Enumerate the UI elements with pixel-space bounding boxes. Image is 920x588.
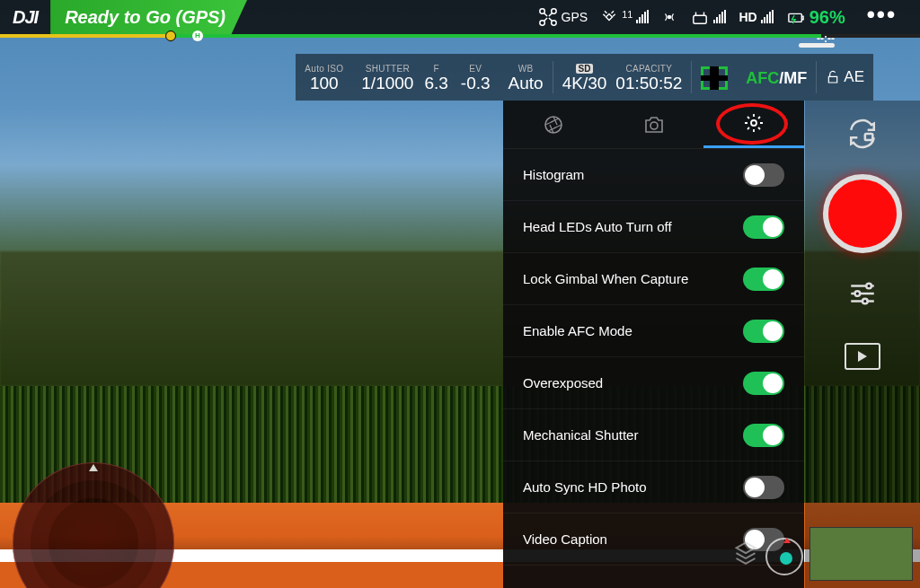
dji-go-app: DJI Ready to Go (GPS) GPS 11 HD xyxy=(0,0,920,588)
focus-mode-button[interactable]: AFC/MF xyxy=(737,54,816,101)
setting-row-mechanical-shutter[interactable]: Mechanical Shutter xyxy=(503,409,804,461)
highlight-annotation xyxy=(716,103,788,145)
settings-list[interactable]: HistogramHead LEDs Auto Turn offLock Gim… xyxy=(503,149,804,588)
satellite-count: 11 xyxy=(622,9,632,20)
wb-button[interactable]: WB Auto xyxy=(500,54,553,101)
hd-label: HD xyxy=(739,10,756,24)
hd-signal-indicator[interactable]: HD xyxy=(739,10,773,24)
ev-button[interactable]: EV -0.3 xyxy=(452,54,500,101)
sliders-icon xyxy=(847,278,878,309)
aperture-button[interactable]: F 6.3 xyxy=(422,54,451,101)
north-indicator-icon xyxy=(89,464,98,471)
camera-exposure-bar: Auto ISO 100 SHUTTER 1/1000 F 6.3 EV -0.… xyxy=(296,54,873,101)
flight-mode-label: GPS xyxy=(562,10,588,24)
setting-label: Lock Gimbal When Capture xyxy=(523,271,688,286)
setting-label: Mechanical Shutter xyxy=(523,427,638,443)
playback-button[interactable] xyxy=(840,334,885,379)
setting-toggle[interactable] xyxy=(743,372,784,395)
shutter-button[interactable]: SHUTTER 1/1000 xyxy=(352,54,422,101)
setting-label: Head LEDs Auto Turn off xyxy=(523,219,672,234)
svg-rect-11 xyxy=(865,134,873,140)
remote-icon xyxy=(690,9,710,25)
home-marker: H xyxy=(192,31,203,41)
svg-point-5 xyxy=(668,15,672,20)
focus-brackets-button[interactable] xyxy=(692,54,737,101)
battery-icon xyxy=(786,9,806,25)
dji-logo: DJI xyxy=(13,7,38,28)
layers-button[interactable] xyxy=(733,540,758,568)
tab-photo[interactable] xyxy=(604,101,704,148)
camera-icon xyxy=(643,114,665,136)
setting-label: Overexposed xyxy=(523,375,603,391)
resolution-button[interactable]: SD 4K/30 xyxy=(553,54,616,101)
battery-timeline: H --:-- xyxy=(0,34,920,38)
right-controls xyxy=(805,101,920,588)
camera-settings-panel: HistogramHead LEDs Auto Turn offLock Gim… xyxy=(503,101,804,588)
aperture-icon xyxy=(543,114,564,136)
drone-icon xyxy=(538,7,558,27)
camera-switch-button[interactable] xyxy=(840,111,885,156)
rc-signal-icon xyxy=(661,9,677,25)
setting-toggle[interactable] xyxy=(743,320,784,343)
exposure-sliders-button[interactable] xyxy=(840,271,885,316)
gps-signal-bars xyxy=(636,11,649,23)
flight-mode-indicator[interactable]: GPS xyxy=(538,7,588,27)
svg-point-12 xyxy=(866,284,871,289)
setting-toggle[interactable] xyxy=(743,424,784,447)
setting-row-head-leds-auto-turn-off[interactable]: Head LEDs Auto Turn off xyxy=(503,201,804,253)
compass-locator[interactable] xyxy=(765,538,803,575)
ae-lock-button[interactable]: AE xyxy=(817,54,873,101)
svg-rect-6 xyxy=(694,15,706,23)
iso-button[interactable]: Auto ISO 100 xyxy=(296,54,352,101)
flight-status[interactable]: Ready to Go (GPS) xyxy=(50,0,247,34)
tab-aperture[interactable] xyxy=(503,101,604,148)
svg-point-8 xyxy=(545,117,562,133)
satellite-icon xyxy=(600,8,618,26)
general-settings-button[interactable]: ••• xyxy=(867,1,897,29)
mini-map[interactable] xyxy=(809,527,913,581)
layers-icon xyxy=(733,540,758,565)
record-shutter-button[interactable] xyxy=(823,174,902,253)
unlock-icon xyxy=(826,70,840,84)
battery-indicator[interactable]: 96% xyxy=(786,7,845,28)
rc-signal-indicator[interactable] xyxy=(661,9,677,25)
capacity-indicator[interactable]: CAPACITY 01:50:52 xyxy=(615,54,691,101)
setting-row-video-caption[interactable]: Video Caption xyxy=(503,513,804,566)
rc-signal-bars xyxy=(713,11,726,23)
remote-indicator[interactable] xyxy=(690,9,726,25)
setting-label: Enable AFC Mode xyxy=(523,323,632,338)
svg-rect-4 xyxy=(606,13,613,20)
battery-percentage: 96% xyxy=(809,7,845,28)
setting-row-enable-afc-mode[interactable]: Enable AFC Mode xyxy=(503,305,804,357)
setting-toggle[interactable] xyxy=(743,163,784,187)
setting-row-lock-gimbal-when-capture[interactable]: Lock Gimbal When Capture xyxy=(503,253,804,305)
top-status-bar: DJI Ready to Go (GPS) GPS 11 HD xyxy=(0,0,920,34)
camera-switch-icon xyxy=(847,118,878,149)
setting-label: Video Caption xyxy=(523,531,607,547)
setting-row-histogram[interactable]: Histogram xyxy=(503,149,804,201)
svg-point-9 xyxy=(650,122,658,129)
setting-toggle[interactable] xyxy=(743,215,784,239)
svg-point-14 xyxy=(862,299,868,304)
hd-signal-bars xyxy=(761,11,774,23)
setting-toggle[interactable] xyxy=(743,268,784,291)
play-icon xyxy=(845,343,880,370)
gps-satellite-indicator[interactable]: 11 xyxy=(600,8,649,26)
setting-row-auto-sync-hd-photo[interactable]: Auto Sync HD Photo xyxy=(503,461,804,513)
setting-label: Histogram xyxy=(523,167,584,182)
setting-label: Auto Sync HD Photo xyxy=(523,479,647,495)
setting-row-overexposed[interactable]: Overexposed xyxy=(503,357,804,409)
setting-toggle[interactable] xyxy=(743,476,784,499)
svg-point-13 xyxy=(855,291,861,296)
